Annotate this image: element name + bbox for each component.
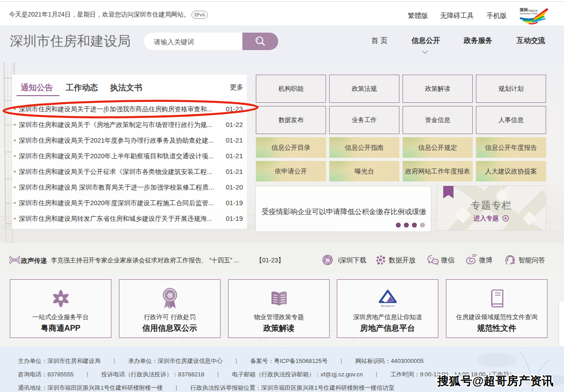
svg-text:zjj.sz.gov.cn: zjj.sz.gov.cn: [380, 303, 394, 307]
svg-text:深: 深: [325, 257, 330, 263]
svg-text:深圳: 深圳: [519, 8, 528, 12]
svg-text:SHENZHEN CHINA: SHENZHEN CHINA: [520, 13, 537, 15]
svg-text:中国深圳: 中国深圳: [528, 9, 538, 13]
svg-text:信: 信: [167, 292, 173, 299]
